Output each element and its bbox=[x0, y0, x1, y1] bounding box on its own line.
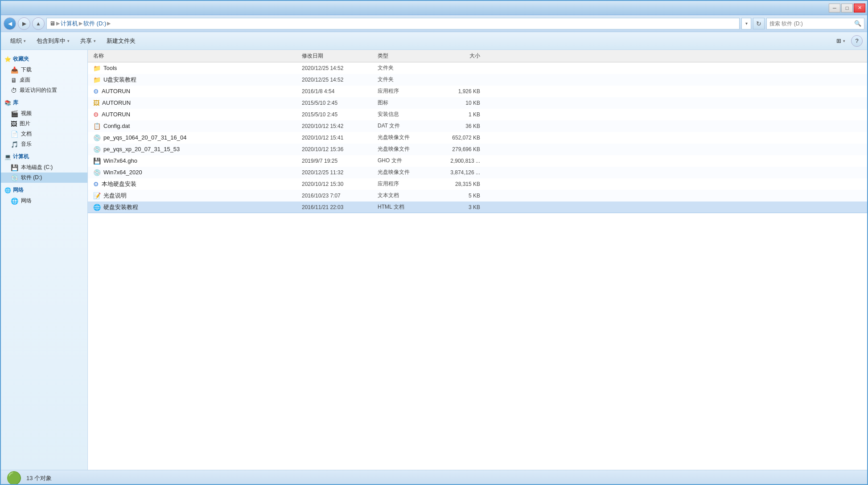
table-row[interactable]: ⚙ AUTORUN 2016/1/8 4:54 应用程序 1,926 KB bbox=[88, 86, 867, 97]
file-type-icon: 💾 bbox=[93, 157, 101, 164]
title-bar: ─ □ ✕ bbox=[1, 1, 867, 15]
col-header-name[interactable]: 名称 bbox=[88, 52, 302, 60]
network-header[interactable]: 🌐 网络 bbox=[1, 185, 87, 196]
sidebar-item-picture[interactable]: 🖼 图片 bbox=[1, 119, 87, 129]
col-header-date[interactable]: 修改日期 bbox=[302, 52, 378, 60]
music-icon: 🎵 bbox=[11, 141, 18, 148]
address-path[interactable]: 🖥 ▶ 计算机 ▶ 软件 (D:) ▶ bbox=[46, 18, 740, 29]
file-date: 2020/10/12 15:42 bbox=[302, 123, 378, 129]
file-name-label: Tools bbox=[103, 65, 117, 71]
sidebar-item-drive-d[interactable]: 💿 软件 (D:) bbox=[1, 173, 87, 183]
table-row[interactable]: 💿 pe_yqs_1064_20_07_31_16_04 2020/10/12 … bbox=[88, 132, 867, 144]
library-header[interactable]: 📚 库 bbox=[1, 97, 87, 108]
sidebar-item-drive-c-label: 本地磁盘 (C:) bbox=[21, 164, 53, 171]
table-row[interactable]: 📁 U盘安装教程 2020/12/25 14:52 文件夹 bbox=[88, 74, 867, 86]
table-row[interactable]: 📝 光盘说明 2016/10/23 7:07 文本文档 5 KB bbox=[88, 190, 867, 201]
file-type: 光盘映像文件 bbox=[378, 134, 436, 141]
sidebar-item-network[interactable]: 🌐 网络 bbox=[1, 196, 87, 206]
file-date: 2015/5/10 2:45 bbox=[302, 100, 378, 106]
back-button[interactable]: ◀ bbox=[4, 17, 16, 30]
sidebar-item-recent[interactable]: ⏱ 最近访问的位置 bbox=[1, 85, 87, 95]
sidebar-item-desktop[interactable]: 🖥 桌面 bbox=[1, 75, 87, 85]
table-row[interactable]: ⚙ AUTORUN 2015/5/10 2:45 安装信息 1 KB bbox=[88, 109, 867, 120]
star-icon: ⭐ bbox=[4, 56, 11, 62]
file-type: 光盘映像文件 bbox=[378, 169, 436, 176]
help-icon: ? bbox=[855, 37, 858, 44]
search-icon[interactable]: 🔍 bbox=[854, 20, 861, 27]
col-header-type[interactable]: 类型 bbox=[378, 52, 436, 60]
file-name-label: AUTORUN bbox=[102, 99, 131, 106]
computer-icon: 💻 bbox=[4, 154, 11, 160]
sidebar-item-recent-label: 最近访问的位置 bbox=[20, 86, 57, 94]
download-icon: 📥 bbox=[11, 66, 18, 74]
sidebar-item-drive-c[interactable]: 💾 本地磁盘 (C:) bbox=[1, 162, 87, 173]
sidebar-item-desktop-label: 桌面 bbox=[20, 76, 30, 84]
table-row[interactable]: 💿 pe_yqs_xp_20_07_31_15_53 2020/10/12 15… bbox=[88, 144, 867, 155]
video-icon: 🎬 bbox=[11, 110, 18, 117]
recent-icon: ⏱ bbox=[11, 87, 17, 94]
path-drive[interactable]: 软件 (D:) bbox=[83, 20, 106, 28]
up-button[interactable]: ▲ bbox=[32, 17, 45, 30]
file-date: 2020/10/12 15:30 bbox=[302, 181, 378, 187]
file-type: 图标 bbox=[378, 99, 436, 107]
file-type: 文件夹 bbox=[378, 76, 436, 83]
new-folder-button[interactable]: 新建文件夹 bbox=[102, 34, 140, 48]
file-size: 1,926 KB bbox=[436, 88, 489, 95]
computer-header[interactable]: 💻 计算机 bbox=[1, 151, 87, 162]
table-row[interactable]: 🌐 硬盘安装教程 2016/11/21 22:03 HTML 文档 3 KB bbox=[88, 201, 867, 213]
close-button[interactable]: ✕ bbox=[854, 4, 865, 12]
sidebar-item-docs[interactable]: 📄 文档 bbox=[1, 129, 87, 139]
library-label: 库 bbox=[13, 99, 18, 107]
table-row[interactable]: ⚙ 本地硬盘安装 2020/10/12 15:30 应用程序 28,315 KB bbox=[88, 178, 867, 190]
table-row[interactable]: 💿 Win7x64_2020 2020/12/25 11:32 光盘映像文件 3… bbox=[88, 167, 867, 178]
file-type-icon: 💿 bbox=[93, 134, 101, 141]
table-row[interactable]: 📁 Tools 2020/12/25 14:52 文件夹 bbox=[88, 62, 867, 74]
organize-label: 组织 bbox=[10, 37, 22, 45]
file-date: 2020/12/25 14:52 bbox=[302, 77, 378, 83]
status-bar: 🟢 13 个对象 bbox=[1, 470, 867, 485]
share-button[interactable]: 共享 ▾ bbox=[75, 34, 101, 48]
computer-label: 计算机 bbox=[13, 153, 29, 160]
sidebar-item-video[interactable]: 🎬 视频 bbox=[1, 108, 87, 119]
minimize-button[interactable]: ─ bbox=[829, 4, 840, 12]
favorites-header[interactable]: ⭐ 收藏夹 bbox=[1, 53, 87, 65]
search-input[interactable] bbox=[769, 21, 852, 27]
organize-button[interactable]: 组织 ▾ bbox=[5, 34, 31, 48]
forward-button[interactable]: ▶ bbox=[18, 17, 30, 30]
address-bar: ◀ ▶ ▲ 🖥 ▶ 计算机 ▶ 软件 (D:) ▶ ▾ ↻ 🔍 bbox=[1, 15, 867, 32]
file-name: 📁 Tools bbox=[88, 65, 302, 72]
file-name-label: U盘安装教程 bbox=[103, 76, 136, 84]
file-name-label: 光盘说明 bbox=[103, 192, 127, 200]
file-date: 2016/11/21 22:03 bbox=[302, 204, 378, 210]
file-name-label: 本地硬盘安装 bbox=[102, 180, 136, 188]
help-button[interactable]: ? bbox=[851, 35, 863, 47]
path-computer[interactable]: 计算机 bbox=[61, 20, 78, 28]
file-date: 2020/10/12 15:36 bbox=[302, 146, 378, 152]
file-date: 2015/5/10 2:45 bbox=[302, 111, 378, 118]
file-date: 2020/12/25 14:52 bbox=[302, 65, 378, 71]
drive-c-icon: 💾 bbox=[11, 164, 18, 171]
sidebar-item-download[interactable]: 📥 下载 bbox=[1, 65, 87, 75]
computer-section: 💻 计算机 💾 本地磁盘 (C:) 💿 软件 (D:) bbox=[1, 151, 87, 183]
sidebar-item-music[interactable]: 🎵 音乐 bbox=[1, 139, 87, 149]
status-app-icon: 🟢 bbox=[6, 471, 22, 485]
address-dropdown[interactable]: ▾ bbox=[741, 18, 751, 29]
file-date: 2016/1/8 4:54 bbox=[302, 88, 378, 95]
window-controls: ─ □ ✕ bbox=[829, 4, 865, 12]
file-type: 安装信息 bbox=[378, 111, 436, 118]
views-icon: ⊞ bbox=[836, 37, 841, 44]
maximize-button[interactable]: □ bbox=[841, 4, 853, 12]
sidebar-item-docs-label: 文档 bbox=[21, 130, 32, 138]
file-name: 📁 U盘安装教程 bbox=[88, 76, 302, 84]
table-row[interactable]: 🖼 AUTORUN 2015/5/10 2:45 图标 10 KB bbox=[88, 97, 867, 109]
table-row[interactable]: 💾 Win7x64.gho 2019/9/7 19:25 GHO 文件 2,90… bbox=[88, 155, 867, 167]
include-library-button[interactable]: 包含到库中 ▾ bbox=[32, 34, 74, 48]
table-row[interactable]: 📋 Config.dat 2020/10/12 15:42 DAT 文件 36 … bbox=[88, 120, 867, 132]
refresh-button[interactable]: ↻ bbox=[753, 18, 765, 29]
col-header-size[interactable]: 大小 bbox=[436, 52, 489, 60]
views-button[interactable]: ⊞ ▾ bbox=[831, 34, 850, 48]
file-type-icon: ⚙ bbox=[93, 181, 99, 188]
file-name-label: pe_yqs_1064_20_07_31_16_04 bbox=[103, 134, 187, 141]
file-type-icon: ⚙ bbox=[93, 88, 99, 95]
path-icon: 🖥 bbox=[49, 20, 55, 27]
